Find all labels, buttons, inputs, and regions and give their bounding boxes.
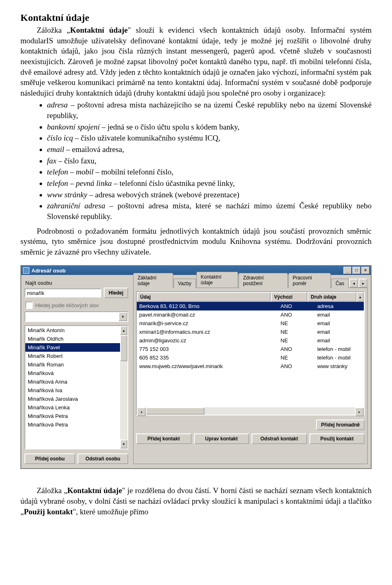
table-row[interactable]: minarik@i-service.czNEemail (137, 319, 364, 328)
cell-c3: email (315, 336, 364, 345)
cell-c1: 605 852 335 (137, 353, 278, 362)
right-pane: Základní údajeVazbyKontaktní údajeZdravo… (131, 275, 371, 468)
cell-c2: NE (278, 328, 315, 336)
left-pane: Najít osobu Hledej Hledej podle klíčovýc… (21, 275, 131, 468)
table-hscrollbar[interactable]: ◂ ▸ (137, 407, 364, 415)
app-icon (23, 267, 29, 274)
list-item[interactable]: Minařík Roman (25, 360, 127, 369)
bullet-text: – číslo uživatele komunikačního systému … (73, 134, 220, 142)
table-row[interactable]: 605 852 335NEtelefon - mobil (137, 353, 364, 362)
paragraph-intro: Záložka „Kontaktní údaje" slouží k evide… (20, 25, 372, 98)
list-item[interactable]: Minaříková Anna (25, 377, 127, 386)
bullet-term: bankovní spojení (47, 123, 100, 131)
persons-listbox[interactable]: Minařík AntonínMinařík OldřichMinařík Pa… (24, 325, 128, 449)
paragraph-details: Podrobnosti o požadovaném formátu jednot… (20, 226, 372, 257)
cell-c2: NE (278, 353, 315, 362)
scroll-down-icon[interactable]: ▼ (120, 440, 127, 449)
bullet-item: telefon – mobil – mobilní telefonní čísl… (47, 167, 372, 177)
list-item[interactable]: Minaříková Iva (25, 386, 127, 395)
hscroll-right-icon[interactable]: ▸ (355, 407, 364, 416)
list-item[interactable]: Minařík Robert (25, 352, 127, 360)
list-item[interactable]: Minařík Oldřich (25, 335, 127, 343)
bullet-term: www stránky (47, 190, 87, 199)
list-item[interactable]: Minařík Pavel (25, 343, 127, 352)
cell-c2: ANO (278, 302, 315, 310)
scroll-up-icon[interactable]: ▲ (120, 326, 127, 335)
remove-person-button[interactable]: Odstraň osobu (78, 453, 128, 464)
tab-content: Údaj Výchozí Druh údaje ▲ Berkova 83, 61… (133, 288, 368, 464)
th-vychozi[interactable]: Výchozí (271, 292, 307, 302)
table-row[interactable]: admin@ligavozic.czNEemail (137, 336, 364, 345)
bullet-text: – emailová adresa, (64, 145, 124, 154)
cell-c1: xminari1@informatics.muni.cz (137, 328, 278, 336)
cell-c3: www stránky (315, 362, 364, 371)
cell-c3: telefon - mobil (315, 353, 364, 362)
search-input[interactable] (24, 288, 101, 297)
cell-c3: email (315, 319, 364, 328)
chevron-down-icon[interactable]: ▼ (118, 312, 127, 321)
app-window: Adresář osob _ □ × Najít osobu Hledej Hl… (20, 265, 372, 469)
bullet-item: www stránky – adresa webových stránek (w… (47, 190, 372, 200)
tab-základní-údaje[interactable]: Základní údaje (133, 273, 173, 288)
th-druh[interactable]: Druh údaje (307, 292, 356, 302)
bullet-item: telefon – pevná linka – telefonní číslo … (47, 178, 372, 189)
table-row[interactable]: xminari1@informatics.muni.czNEemail (137, 328, 364, 336)
table-row[interactable]: pavel.minarik@cmail.czANOemail (137, 310, 364, 319)
tab-vazby[interactable]: Vazby (174, 279, 196, 288)
bullet-text: – poštovní adresa místa nacházejícího se… (47, 100, 372, 120)
bullet-item: bankovní spojení – jedná se o číslo účtu… (47, 122, 372, 132)
persons-scrollbar[interactable]: ▲ ▼ (120, 326, 127, 449)
bullet-item: zahraniční adresa – poštovní adresa míst… (47, 201, 372, 221)
p1-bold: Kontaktní údaje (70, 26, 128, 34)
close-button[interactable]: × (361, 267, 370, 274)
keyword-checkbox[interactable] (25, 301, 33, 309)
tab-bar: Základní údajeVazbyKontaktní údajeZdravo… (133, 277, 368, 288)
list-item[interactable]: Minaříková Petra (25, 420, 127, 429)
th-scroll-up[interactable]: ▲ (356, 292, 364, 302)
cell-c1: minarik@i-service.cz (137, 319, 278, 328)
cell-c3: email (315, 310, 364, 319)
cell-c2: ANO (278, 362, 315, 371)
tab-scroll-right-icon[interactable]: ▸ (359, 279, 368, 288)
paragraph-trailing: Záložka „Kontaktní údaje" je rozdělena d… (20, 485, 372, 517)
use-contact-button[interactable]: Použij kontakt (310, 433, 365, 444)
bullet-term: email (47, 145, 64, 154)
bullet-item: adresa – poštovní adresa místa nacházejí… (47, 100, 372, 121)
section-title: Kontaktní údaje (20, 12, 372, 23)
window-title: Adresář osob (31, 268, 66, 274)
th-udaj[interactable]: Údaj (137, 292, 271, 302)
bullet-term: telefon – mobil (47, 167, 94, 176)
cell-c1: pavel.minarik@cmail.cz (137, 310, 278, 319)
table-row[interactable]: 775 152 003ANOtelefon - mobil (137, 345, 364, 353)
list-item[interactable]: Minařík Antonín (25, 326, 127, 335)
edit-contact-button[interactable]: Uprav kontakt (194, 433, 249, 444)
scroll-thumb[interactable] (120, 335, 127, 361)
cell-c1: Berkova 83, 612 00, Brno (137, 302, 278, 310)
add-contact-button[interactable]: Přidej kontakt (136, 433, 192, 444)
hscroll-thumb[interactable] (146, 407, 205, 415)
table-row[interactable]: Berkova 83, 612 00, BrnoANOadresa (137, 302, 364, 310)
tab-zdravotní-postižení[interactable]: Zdravotní postižení (238, 273, 288, 288)
maximize-button[interactable]: □ (352, 267, 361, 274)
tab-pracovní-poměr[interactable]: Pracovní poměr (288, 273, 331, 288)
bullet-text: – číslo faxu, (56, 156, 96, 165)
add-person-button[interactable]: Přidej osobu (24, 453, 75, 464)
tab-čas[interactable]: Čas (331, 279, 349, 288)
hscroll-left-icon[interactable]: ◂ (137, 407, 146, 416)
remove-contact-button[interactable]: Odstraň kontakt (252, 433, 307, 444)
search-button[interactable]: Hledej (104, 288, 128, 298)
list-item[interactable]: Minaříková Lenka (25, 403, 127, 412)
minimize-button[interactable]: _ (343, 267, 352, 274)
tab-scroll-left-icon[interactable]: ◂ (349, 279, 358, 288)
list-item[interactable]: Minaříková Jaroslava (25, 395, 127, 403)
table-row[interactable]: www.mujweb.cz/www/pavel.minarikANOwww st… (137, 362, 364, 371)
list-item[interactable]: Minaříková (25, 369, 127, 377)
cell-c1: admin@ligavozic.cz (137, 336, 278, 345)
bullet-term: zahraniční adresa (47, 201, 105, 210)
add-bulk-button[interactable]: Přidej hromadně (316, 420, 365, 430)
list-item[interactable]: Minaříková Petra (25, 412, 127, 420)
bullet-text: – mobilní telefonní číslo, (94, 167, 174, 176)
tab-kontaktní-údaje[interactable]: Kontaktní údaje (196, 272, 238, 288)
cell-c2: NE (278, 319, 315, 328)
keyword-dropdown[interactable]: ▼ (24, 311, 128, 322)
